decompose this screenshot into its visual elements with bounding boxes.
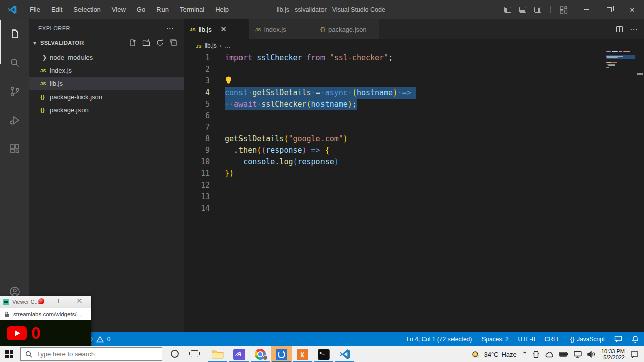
taskbar-mail-app[interactable]: ∕A	[228, 346, 250, 362]
toggle-sidebar-icon[interactable]	[504, 7, 511, 13]
line-number[interactable]: 10	[184, 156, 210, 168]
menu-view[interactable]: View	[106, 0, 131, 19]
weather-widget[interactable]: 34°C Haze	[471, 351, 516, 358]
battery-icon[interactable]	[559, 351, 568, 357]
menu-terminal[interactable]: Terminal	[174, 0, 210, 19]
network-icon[interactable]	[574, 351, 582, 358]
menu-edit[interactable]: Edit	[46, 0, 68, 19]
cortana-button[interactable]	[171, 350, 179, 358]
breadcrumb[interactable]: JS lib.js › …	[184, 39, 644, 52]
code-line[interactable]: 5··await·sslChecker(hostname);	[184, 99, 636, 110]
tree-item-package-lock-json[interactable]: {} package-lock.json	[29, 90, 184, 103]
code-line[interactable]: 3	[184, 75, 636, 87]
workspace-section[interactable]: ▼ SSLVALIDATOR	[29, 37, 184, 49]
activity-search[interactable]	[0, 53, 29, 73]
activity-source-control[interactable]	[0, 81, 29, 102]
activity-explorer[interactable]	[0, 24, 29, 44]
activity-run-debug[interactable]	[0, 110, 29, 130]
code-editor[interactable]: 1import sslChecker from "ssl-checker";23…	[184, 52, 636, 332]
taskbar-command-prompt[interactable]: >_	[313, 346, 334, 362]
explorer-more-icon[interactable]: ⋯	[166, 19, 174, 37]
code-line[interactable]: 13	[184, 191, 636, 203]
code-line[interactable]: 1import sslChecker from "ssl-checker";	[184, 52, 636, 64]
code-line[interactable]: 8getSslDetails("google.com")	[184, 133, 636, 145]
tree-item-package-json[interactable]: {} package.json	[29, 103, 184, 116]
refresh-icon[interactable]	[156, 39, 164, 47]
indentation[interactable]: Spaces: 2	[481, 336, 508, 343]
split-editor-icon[interactable]	[616, 26, 623, 32]
tree-item-lib-js[interactable]: JS lib.js	[29, 77, 184, 90]
toggle-secondary-sidebar-icon[interactable]	[534, 7, 541, 13]
menu-go[interactable]: Go	[131, 0, 151, 19]
close-tab-icon[interactable]: ✕	[220, 25, 228, 34]
onedrive-cloud-icon[interactable]	[545, 351, 554, 358]
line-number[interactable]: 5	[184, 99, 210, 110]
notifications-bell-icon[interactable]	[632, 335, 639, 343]
overlay-address-bar[interactable]: streamlabs.com/widgets/...	[0, 308, 91, 320]
customize-layout-icon[interactable]	[560, 6, 568, 14]
your-phone-icon[interactable]	[533, 351, 539, 358]
language-mode[interactable]: {} JavaScript	[570, 336, 605, 343]
taskbar-file-explorer[interactable]	[207, 346, 228, 362]
activity-extensions[interactable]	[0, 139, 29, 159]
line-number[interactable]: 11	[184, 168, 210, 179]
line-number[interactable]: 8	[184, 133, 210, 145]
taskbar-search[interactable]	[20, 347, 162, 361]
line-number[interactable]: 7	[184, 122, 210, 133]
code-line[interactable]: 10 console.log(response)	[184, 156, 636, 168]
taskbar-vscode[interactable]	[334, 346, 355, 362]
breadcrumb-file[interactable]: lib.js	[205, 42, 217, 49]
code-line[interactable]: 11})	[184, 168, 636, 179]
menu-run[interactable]: Run	[151, 0, 174, 19]
breadcrumb-more[interactable]: …	[225, 42, 231, 49]
code-line[interactable]: 6	[184, 110, 636, 122]
tab-index-js[interactable]: JS index.js	[249, 19, 314, 39]
code-line[interactable]: 2	[184, 64, 636, 75]
line-number[interactable]: 3	[184, 75, 210, 87]
line-number[interactable]: 9	[184, 145, 210, 156]
volume-icon[interactable]	[587, 351, 596, 358]
code-line[interactable]: 7	[184, 122, 636, 133]
show-hidden-icons-chevron[interactable]: ⌃	[522, 351, 527, 358]
line-number[interactable]: 14	[184, 203, 210, 214]
line-number[interactable]: 12	[184, 179, 210, 191]
line-number[interactable]: 13	[184, 191, 210, 203]
task-view-button[interactable]	[191, 350, 198, 357]
tab-package-json[interactable]: {} package.json	[314, 19, 380, 39]
collapse-all-icon[interactable]	[170, 39, 178, 47]
tab-lib-js[interactable]: JS lib.js ✕	[184, 19, 249, 39]
tree-item-node-modules[interactable]: ❯ node_modules	[29, 51, 184, 64]
restore-button[interactable]	[598, 0, 621, 19]
cursor-position[interactable]: Ln 4, Col 1 (72 selected)	[406, 336, 472, 343]
code-line[interactable]: 14	[184, 203, 636, 214]
feedback-icon[interactable]	[614, 335, 622, 343]
minimap[interactable]	[606, 50, 635, 90]
close-button[interactable]: ✕	[621, 0, 644, 19]
overlay-maximize-button[interactable]	[58, 299, 63, 303]
editor-more-icon[interactable]: ⋯	[630, 25, 638, 34]
code-line[interactable]: 9 .then((response) => {	[184, 145, 636, 156]
taskbar-chrome[interactable]	[250, 346, 271, 362]
code-line[interactable]: 12	[184, 179, 636, 191]
minimize-button[interactable]	[575, 0, 598, 19]
overlay-title-bar[interactable]: Viewer C... ✕	[0, 296, 91, 308]
line-number[interactable]: 4	[184, 87, 210, 99]
taskbar-xampp[interactable]: Ꭓ	[292, 346, 313, 362]
taskbar-streamlabs[interactable]	[271, 346, 292, 362]
eol-sequence[interactable]: CRLF	[545, 336, 560, 343]
search-input[interactable]	[37, 350, 147, 358]
toggle-panel-icon[interactable]	[519, 7, 526, 13]
taskbar-clock[interactable]: 10:33 PM 5/2/2022	[601, 348, 625, 361]
tree-item-index-js[interactable]: JS index.js	[29, 64, 184, 77]
code-line[interactable]: 4const·getSslDetails·=·async·(hostname)·…	[184, 87, 636, 99]
lightbulb-icon[interactable]	[224, 76, 233, 85]
overlay-close-button[interactable]: ✕	[76, 297, 83, 305]
encoding[interactable]: UTF-8	[518, 336, 535, 343]
menu-file[interactable]: File	[24, 0, 46, 19]
new-folder-icon[interactable]	[142, 39, 150, 47]
menu-help[interactable]: Help	[210, 0, 234, 19]
action-center-icon[interactable]	[630, 351, 639, 358]
line-number[interactable]: 6	[184, 110, 210, 122]
menu-selection[interactable]: Selection	[68, 0, 106, 19]
line-number[interactable]: 2	[184, 64, 210, 75]
